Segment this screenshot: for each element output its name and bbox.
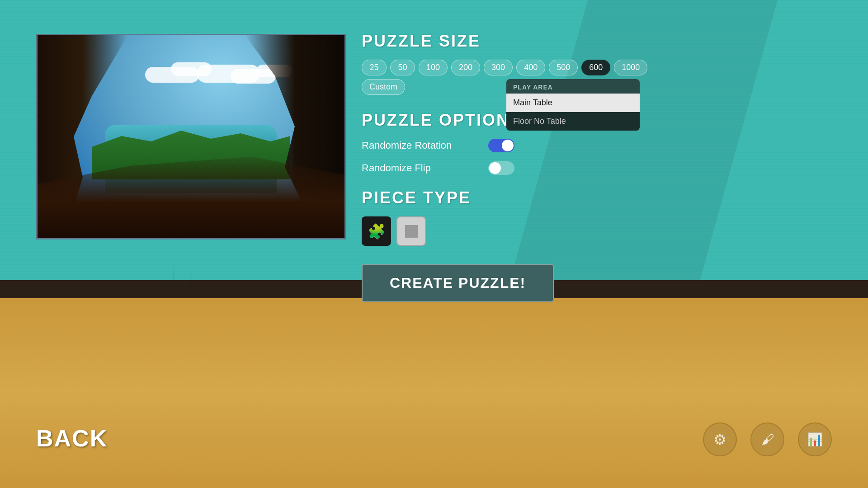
size-btn-1000[interactable]: 1000: [614, 60, 647, 75]
play-area-dropdown: PLAY AREA Main Table Floor No Table: [506, 79, 640, 131]
piece-btn-jigsaw[interactable]: 🧩: [362, 216, 391, 246]
size-btn-200[interactable]: 200: [451, 60, 480, 75]
gold-background: [0, 294, 868, 488]
piece-type-title: PIECE TYPE: [362, 188, 678, 207]
piece-type-buttons: 🧩: [362, 216, 678, 246]
back-button[interactable]: BACK: [36, 425, 108, 452]
randomize-rotation-row: Randomize Rotation: [362, 139, 678, 152]
size-btn-400[interactable]: 400: [516, 60, 545, 75]
stats-icon-button[interactable]: 📊: [798, 422, 832, 456]
play-area-option-main-table[interactable]: Main Table: [506, 94, 640, 112]
puzzle-preview-image: [36, 34, 346, 239]
create-puzzle-button[interactable]: CREATE PUZZLE!: [362, 264, 554, 302]
palette-icon-button[interactable]: 🖌: [750, 422, 784, 456]
randomize-flip-row: Randomize Flip: [362, 161, 678, 175]
size-btn-300[interactable]: 300: [484, 60, 513, 75]
right-panel: PUZZLE SIZE 25 50 100 200 300 400 500 60…: [362, 32, 678, 302]
toggle-knob-rotation: [502, 140, 514, 151]
randomize-rotation-label: Randomize Rotation: [362, 140, 488, 151]
play-area-option-floor[interactable]: Floor No Table: [506, 112, 640, 131]
puzzle-size-title: PUZZLE SIZE: [362, 32, 678, 51]
stats-icon: 📊: [807, 432, 823, 447]
size-btn-50[interactable]: 50: [390, 60, 415, 75]
play-area-header: PLAY AREA: [506, 79, 640, 94]
size-btn-100[interactable]: 100: [419, 60, 448, 75]
randomize-rotation-toggle[interactable]: [488, 139, 514, 152]
settings-icon: ⚙: [713, 431, 726, 448]
size-btn-25[interactable]: 25: [362, 60, 387, 75]
piece-btn-square[interactable]: [396, 216, 426, 246]
toggle-knob-flip: [489, 162, 501, 174]
randomize-flip-toggle[interactable]: [488, 161, 514, 175]
size-btn-600[interactable]: 600: [581, 60, 610, 75]
square-icon: [405, 225, 418, 238]
piece-type-section: PIECE TYPE 🧩: [362, 188, 678, 246]
bottom-icons-bar: ⚙ 🖌 📊: [703, 422, 832, 456]
randomize-flip-label: Randomize Flip: [362, 162, 488, 174]
palette-icon: 🖌: [761, 432, 774, 447]
settings-icon-button[interactable]: ⚙: [703, 422, 737, 456]
size-btn-500[interactable]: 500: [549, 60, 578, 75]
jigsaw-icon: 🧩: [368, 223, 386, 240]
size-btn-custom[interactable]: Custom: [362, 79, 405, 95]
